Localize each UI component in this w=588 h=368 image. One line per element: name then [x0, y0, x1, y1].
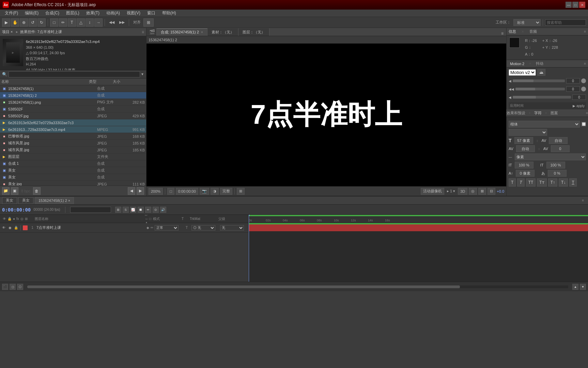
file-item-538502f[interactable]: ▣ 538502F 合成	[0, 106, 146, 113]
tl-timeline-mode[interactable]: ◻	[10, 284, 16, 290]
info-tab[interactable]: 信息	[509, 29, 516, 34]
track-keyframe-btn[interactable]: ◆	[146, 226, 149, 230]
track-vis-solo[interactable]: ◉	[7, 225, 12, 230]
v-scale-input[interactable]	[546, 162, 565, 168]
viewer-camera-btn[interactable]: 活动摄像机	[421, 188, 444, 195]
audio-tab[interactable]: 音频	[529, 29, 537, 34]
file-item-1536-1[interactable]: ▣ 1536247458(1) 合成	[0, 85, 146, 92]
format-bold[interactable]: T	[509, 178, 516, 187]
footer-arrow-right[interactable]: ▶	[137, 187, 144, 195]
file-item-city2[interactable]: ■ 城市风景.jpg JPEG 185 KB	[0, 147, 146, 153]
track-vis-lock[interactable]: 🔒	[14, 225, 18, 230]
viewer-trans-btn[interactable]: ⊠	[478, 188, 486, 195]
file-item-girl1[interactable]: ▣ 美女 合成	[0, 167, 146, 174]
comp-tab-footage[interactable]: 素材：（无）	[207, 28, 238, 36]
font-size-input[interactable]	[514, 137, 533, 144]
viewer-timecode-btn[interactable]: 0:00:00:00	[176, 188, 198, 195]
tl-draw-btn[interactable]: ✏	[145, 207, 151, 213]
motion-tab[interactable]: Motion 2	[509, 62, 526, 66]
menu-animate[interactable]: 动画(A)	[103, 10, 123, 17]
file-item-paris[interactable]: ■ 巴黎铁塔.jpg JPEG 168 KB	[0, 133, 146, 140]
effects-controls-tab[interactable]: 效果控件: 7点半准时上课	[20, 29, 62, 34]
font-family-select[interactable]: 楷体	[509, 121, 580, 128]
viewer-draft-btn[interactable]: ◎	[469, 188, 477, 195]
footer-arrow-left[interactable]: ◀	[128, 187, 135, 195]
menu-file[interactable]: 文件(F)	[1, 10, 21, 17]
file-item-1536-2[interactable]: ▣ 1536247458(1) 2 合成	[0, 92, 146, 99]
comp-tab-layer[interactable]: 图层：（无）	[238, 28, 269, 36]
file-item-1536-png[interactable]: ■ 1536247458(1).png PNG 文件 282 KB	[0, 99, 146, 106]
file-item-girl2[interactable]: ▣ 美女 合成	[0, 174, 146, 181]
tl-motion-btn[interactable]: 🔲	[138, 207, 144, 213]
motion-handle-2[interactable]	[581, 87, 586, 91]
format-underline[interactable]: T	[569, 178, 576, 187]
tool-select[interactable]: ▶	[2, 18, 10, 27]
motion-apply-btn[interactable]: ▶ apply	[573, 104, 585, 108]
menu-view[interactable]: 视图(V)	[123, 10, 144, 17]
tl-panel-menu[interactable]: ≡	[582, 198, 586, 202]
motion-slider-2[interactable]	[515, 88, 565, 90]
tool-rotate[interactable]: ↺	[29, 18, 37, 27]
tool-pin[interactable]: →	[94, 18, 103, 27]
viewer-fit-btn[interactable]: □	[167, 188, 174, 195]
new-comp-btn[interactable]: ▣	[11, 187, 18, 195]
track-parent-select[interactable]: 无	[220, 225, 244, 231]
menu-help[interactable]: 帮助(H)	[159, 10, 180, 17]
motion-preset-icon[interactable]: ⛰	[537, 69, 545, 76]
composition-viewer[interactable]: 7点半准时上	[146, 44, 506, 186]
motion-dropdown[interactable]: Motion v2	[509, 69, 536, 76]
minimize-button[interactable]: —	[566, 2, 572, 8]
new-folder-btn[interactable]: 📁	[2, 187, 10, 195]
shake-tab[interactable]: 抖动	[535, 61, 545, 66]
tl-frame-btn[interactable]: ⬡	[17, 284, 23, 290]
file-item-city1[interactable]: ■ 城市风景.jpg JPEG 185 KB	[0, 140, 146, 147]
tool-clone[interactable]: △	[77, 18, 85, 27]
file-item-comp1[interactable]: ▣ 合成 1 合成	[0, 160, 146, 167]
motion-value-2[interactable]	[566, 86, 580, 92]
menu-effects[interactable]: 效果(T)	[83, 10, 103, 17]
tool-hand[interactable]: ✋	[11, 18, 19, 27]
tl-audio-btn[interactable]: 🔊	[160, 207, 166, 213]
effects-preset-tab[interactable]: 效果和预设	[507, 111, 525, 116]
tool-shape[interactable]: □	[50, 18, 58, 27]
format-sub[interactable]: T↓	[559, 178, 568, 187]
menu-compose[interactable]: 合成(C)	[42, 10, 63, 17]
leading-input[interactable]	[549, 137, 568, 144]
kerning-input[interactable]	[516, 145, 535, 152]
track-label-color[interactable]	[23, 225, 28, 230]
tl-tab-girl2[interactable]: 美女	[18, 197, 33, 204]
motion-arrow-2[interactable]: ◀◀	[509, 87, 514, 91]
tool-camera[interactable]: ↻	[37, 18, 46, 27]
tl-zoom-in[interactable]: ▼	[580, 284, 586, 290]
play-fwd[interactable]: ▶▶	[117, 20, 127, 25]
align-btn[interactable]: ⊞	[143, 18, 154, 27]
file-item-6e261913[interactable]: ▶ 6e261913e92ef627e0729a33302ae7c3	[0, 119, 146, 126]
format-smallcaps[interactable]: Tᴛ	[537, 178, 546, 187]
stroke-select[interactable]: 像素	[515, 153, 586, 160]
tl-tab-comp[interactable]: 1536247458(1) 2 ×	[35, 197, 74, 204]
viewer-3d-btn[interactable]: 3D	[458, 188, 467, 195]
tool-text[interactable]: T	[68, 18, 76, 27]
motion-slider-3[interactable]	[513, 96, 571, 99]
menu-layer[interactable]: 图层(L)	[63, 10, 83, 17]
baseline-input[interactable]	[516, 170, 535, 177]
tl-scroll-bar[interactable]	[27, 285, 568, 288]
viewer-resolution-btn[interactable]: 完整	[220, 188, 232, 195]
format-super[interactable]: T↑	[548, 178, 557, 187]
menu-window[interactable]: 窗口	[144, 10, 159, 17]
tl-expand-btn[interactable]: ⊞	[115, 207, 121, 213]
motion-arrow-3[interactable]: ◀	[509, 95, 511, 99]
track-mode-select[interactable]: 正常	[155, 225, 179, 231]
close-button[interactable]: ✕	[579, 2, 585, 8]
panel-menu-btn[interactable]: ≡	[142, 30, 144, 34]
tl-timeline-area[interactable]: 0s 02s 04s 06s 08s 10s 12s 14s 16s	[249, 215, 588, 282]
font-color-swatch[interactable]: ⬜	[581, 122, 586, 127]
tl-playhead[interactable]	[249, 215, 249, 282]
maximize-button[interactable]: □	[572, 2, 578, 8]
project-tab[interactable]: 项目 ×	[2, 29, 13, 34]
menu-edit[interactable]: 编辑(E)	[21, 10, 42, 17]
format-allcaps[interactable]: TT	[526, 178, 536, 187]
track-vis-eye[interactable]: 👁	[1, 225, 6, 230]
search-dropdown-icon[interactable]: ▼	[141, 72, 144, 76]
motion-arrow-1[interactable]: ◀	[509, 79, 511, 83]
